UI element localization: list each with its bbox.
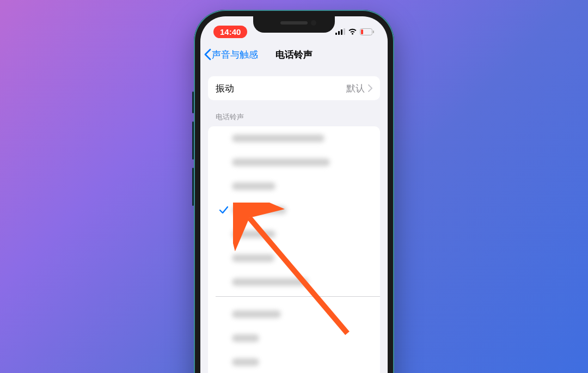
status-indicators — [335, 28, 375, 35]
ringtone-row[interactable] — [208, 326, 380, 350]
ringtone-section-header: 电话铃声 — [216, 112, 372, 122]
cellular-icon — [335, 28, 345, 35]
battery-low-icon — [360, 28, 375, 35]
svg-rect-2 — [341, 29, 342, 35]
content-scroll[interactable]: 声音与触感 电话铃声 振动 默认 电话铃声 — [200, 42, 388, 373]
ringtone-row[interactable] — [208, 150, 380, 174]
status-time: 14:40 — [213, 26, 247, 38]
phone-frame: 14:40 — [194, 10, 394, 373]
ringtone-row[interactable] — [208, 222, 380, 246]
ringtone-row[interactable] — [208, 126, 380, 150]
nav-bar: 声音与触感 电话铃声 — [200, 42, 388, 66]
checkmark-icon — [219, 206, 228, 214]
vibration-label: 振动 — [216, 82, 234, 95]
ringtone-row[interactable] — [208, 174, 380, 198]
list-separator — [216, 296, 380, 297]
check-slot — [216, 206, 232, 214]
ringtone-list — [208, 126, 380, 373]
notch — [253, 16, 335, 33]
back-button[interactable]: 声音与触感 — [204, 48, 258, 61]
chevron-left-icon — [204, 48, 211, 60]
svg-rect-0 — [335, 33, 337, 35]
phone-screen: 14:40 — [200, 16, 388, 373]
ringtone-label-blurred — [232, 230, 275, 238]
ringtone-row[interactable] — [208, 198, 380, 222]
vibration-row[interactable]: 振动 默认 — [208, 76, 380, 100]
ringtone-label-blurred — [232, 278, 308, 286]
ringtone-label-blurred — [232, 182, 275, 190]
svg-rect-3 — [344, 28, 345, 35]
ringtone-label-blurred — [232, 358, 259, 366]
back-label: 声音与触感 — [212, 48, 258, 61]
ringtone-label-blurred — [232, 334, 259, 342]
ringtone-label-blurred — [232, 134, 324, 142]
page-title: 电话铃声 — [275, 48, 313, 61]
ringtone-row[interactable] — [208, 350, 380, 374]
ringtone-row[interactable] — [208, 302, 380, 326]
vibration-value: 默认 — [346, 82, 365, 95]
ringtone-label-blurred — [232, 254, 274, 262]
ringtone-row[interactable] — [208, 246, 380, 270]
ringtone-label-blurred — [232, 206, 286, 214]
svg-rect-1 — [338, 31, 340, 35]
vibration-group: 振动 默认 — [208, 76, 380, 100]
svg-rect-6 — [361, 29, 363, 34]
svg-rect-5 — [373, 30, 374, 33]
ringtone-label-blurred — [232, 158, 330, 166]
wifi-icon — [348, 28, 357, 35]
chevron-right-icon — [368, 84, 372, 92]
ringtone-row[interactable] — [208, 270, 380, 294]
ringtone-label-blurred — [232, 310, 281, 318]
